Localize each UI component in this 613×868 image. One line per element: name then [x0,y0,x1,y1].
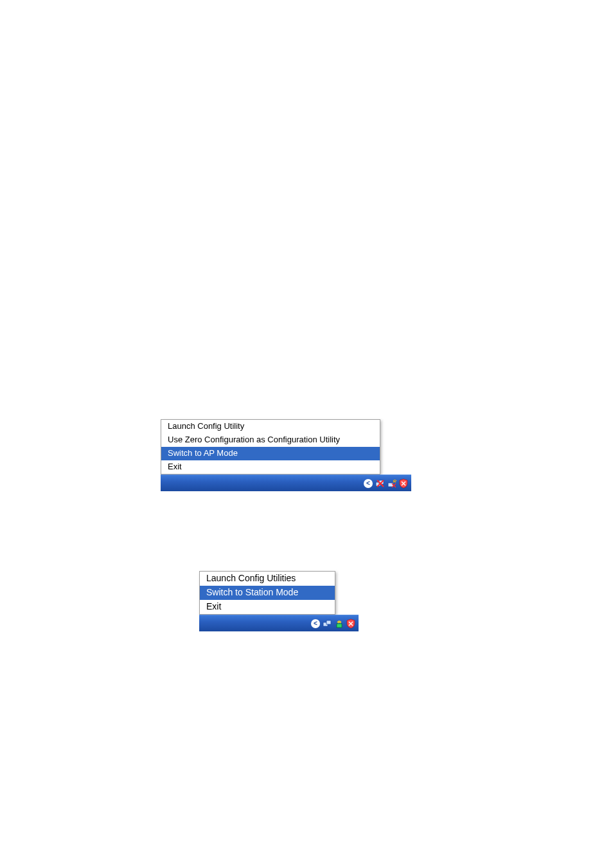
tray-popup-2: Launch Config Utilities Switch to Statio… [199,571,359,631]
taskbar: < [199,615,359,631]
tray-expand-chevron-icon[interactable]: < [364,479,373,488]
wireless-ap-icon[interactable] [334,619,344,629]
context-menu: Launch Config Utility Use Zero Configura… [161,419,380,475]
menu-item-switch-to-ap-mode[interactable]: Switch to AP Mode [161,447,380,460]
menu-item-exit[interactable]: Exit [161,460,380,474]
shield-icon[interactable] [398,478,409,489]
menu-item-launch-config-utility[interactable]: Launch Config Utility [161,420,380,433]
tray-expand-chevron-icon[interactable]: < [311,619,320,628]
network-disconnected-icon[interactable] [375,478,386,489]
menu-item-switch-to-station-mode[interactable]: Switch to Station Mode [200,586,335,600]
tray-popup-1: Launch Config Utility Use Zero Configura… [161,419,411,491]
shield-icon[interactable] [346,619,356,629]
context-menu: Launch Config Utilities Switch to Statio… [199,571,335,615]
taskbar: < [161,475,411,491]
network-icon[interactable] [323,619,333,629]
svg-rect-11 [337,624,342,628]
menu-item-launch-config-utilities[interactable]: Launch Config Utilities [200,572,335,586]
wireless-icon[interactable] [387,478,397,489]
menu-item-exit[interactable]: Exit [200,600,335,614]
menu-item-zero-configuration[interactable]: Use Zero Configuration as Configuration … [161,433,380,447]
svg-rect-10 [326,620,331,624]
